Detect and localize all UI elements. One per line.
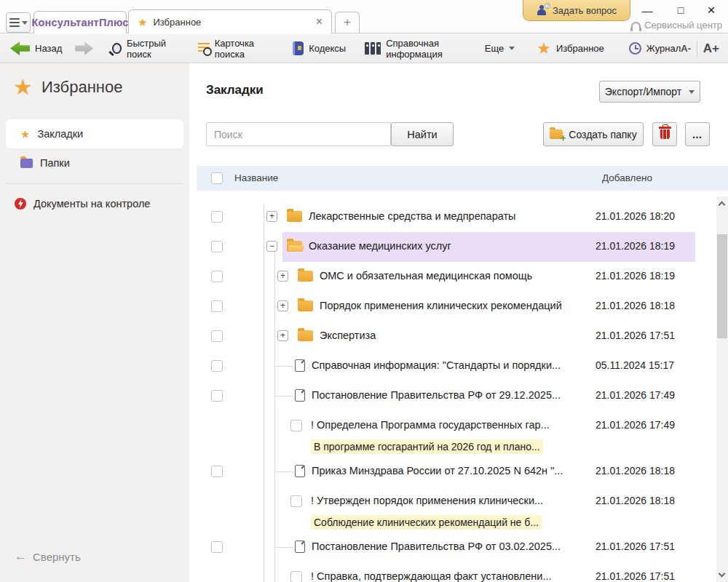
font-increase-button[interactable]: А+ — [703, 41, 719, 56]
service-center-link[interactable]: Сервисный центр — [631, 20, 722, 31]
toolbar: Назад Быстрый поиск Карточка поиска Коде… — [0, 34, 728, 63]
ask-question-label: Задать вопрос — [553, 5, 617, 16]
table-row[interactable]: +ОМС и обязательная медицинская помощь21… — [189, 262, 716, 292]
tab-favorites[interactable]: ★ Избранное × — [128, 9, 332, 33]
export-import-button[interactable]: Экспорт/Импорт — [599, 81, 700, 103]
row-checkbox[interactable] — [211, 271, 223, 282]
row-title: Справочная информация: "Стандарты и поря… — [312, 359, 561, 371]
scroll-up-icon[interactable] — [719, 202, 726, 209]
row-checkbox[interactable] — [211, 241, 223, 252]
table-row[interactable]: −Оказание медицинских услуг21.01.2026 18… — [189, 232, 716, 262]
row-date: 05.11.2024 15:17 — [596, 359, 674, 371]
scrollbar-thumb[interactable] — [717, 234, 727, 338]
ask-question-button[interactable]: ? Задать вопрос — [523, 0, 630, 21]
tree-expander[interactable]: + — [266, 211, 277, 222]
table-row[interactable]: +Экспертиза21.01.2026 17:51 — [189, 322, 716, 351]
table-row[interactable]: ! Определена Программа государственных г… — [189, 411, 716, 457]
row-checkbox[interactable] — [211, 466, 223, 477]
row-title: Экспертиза — [320, 330, 376, 341]
bookmark-checkbox[interactable] — [290, 571, 302, 582]
tab-close-icon[interactable]: × — [316, 17, 323, 27]
row-checkbox[interactable] — [211, 330, 223, 342]
codes-label: Кодексы — [309, 43, 346, 54]
select-all-checkbox[interactable] — [211, 172, 223, 184]
tree-expander[interactable]: + — [277, 330, 288, 341]
table-row[interactable]: ! Утвержден порядок применения клиническ… — [189, 487, 716, 533]
table-row[interactable]: +Лекарственные средства и медпрепараты21… — [189, 202, 716, 232]
font-decrease-button[interactable]: А- — [681, 43, 691, 54]
forward-arrow-icon — [75, 42, 93, 55]
table-row[interactable]: ! Справка, подтверждающая факт установле… — [189, 562, 716, 582]
quick-search-button[interactable]: Быстрый поиск — [112, 38, 179, 60]
tab-consultantplus[interactable]: КонсультантПлюс — [33, 11, 127, 33]
delete-button[interactable] — [652, 122, 677, 146]
favorites-button[interactable]: ★ Избранное — [537, 41, 604, 57]
plus-icon: + — [344, 15, 351, 30]
column-name: Название — [234, 172, 278, 183]
row-checkbox[interactable] — [211, 300, 223, 312]
search-card-label: Карточка поиска — [215, 38, 273, 60]
tree-expander[interactable]: + — [277, 271, 288, 282]
codes-book-icon — [293, 41, 304, 55]
tab-label: Избранное — [153, 17, 201, 28]
window-maximize-button[interactable]: □ — [670, 1, 692, 19]
collapse-sidebar-button[interactable]: ← Свернуть — [15, 549, 81, 564]
tree-expander[interactable]: + — [277, 300, 288, 311]
scrollbar[interactable] — [716, 196, 728, 582]
main-menu-button[interactable] — [6, 12, 31, 33]
tree-expander[interactable]: − — [266, 241, 277, 252]
table-row[interactable]: Постановление Правительства РФ от 03.02.… — [189, 533, 716, 562]
table-row[interactable]: Справочная информация: "Стандарты и поря… — [189, 351, 716, 381]
reference-info-label: Справочная информация — [386, 38, 473, 60]
control-bolt-icon — [15, 198, 26, 210]
window-close-button[interactable]: × — [700, 1, 722, 19]
more-menu-button[interactable]: Еще — [485, 43, 515, 54]
search-card-button[interactable]: Карточка поиска — [198, 38, 272, 60]
table-row[interactable]: +Порядок применения клинических рекоменд… — [189, 292, 716, 322]
star-icon: ★ — [138, 17, 147, 28]
row-date: 21.01.2026 18:19 — [596, 240, 675, 252]
row-checkbox[interactable] — [211, 211, 223, 223]
find-button[interactable]: Найти — [391, 122, 454, 146]
back-arrow-icon — [10, 41, 30, 55]
bookmark-checkbox[interactable] — [290, 420, 302, 431]
chevron-down-icon — [22, 21, 28, 25]
search-card-icon — [198, 43, 209, 54]
table-row[interactable]: Приказ Минздрава России от 27.10.2025 N … — [189, 457, 716, 487]
row-title: ! Справка, подтверждающая факт установле… — [311, 570, 552, 582]
sidebar-item-label: Документы на контроле — [33, 198, 150, 210]
folder-add-icon — [550, 129, 563, 139]
journal-button[interactable]: Журнал — [629, 42, 681, 55]
column-added: Добавлено — [602, 172, 652, 183]
back-button[interactable]: Назад — [10, 41, 62, 55]
bookmarks-tree: +Лекарственные средства и медпрепараты21… — [189, 196, 728, 582]
new-tab-button[interactable]: + — [335, 12, 360, 33]
folder-icon — [20, 159, 33, 168]
more-actions-button[interactable]: … — [685, 122, 710, 146]
window-minimize-button[interactable]: — — [636, 1, 658, 19]
star-icon: ★ — [20, 129, 30, 140]
sidebar-item-docs-on-control[interactable]: Документы на контроле — [6, 189, 183, 218]
forward-button[interactable] — [75, 42, 93, 55]
row-note-highlight: Соблюдение клинических рекомендаций не б… — [311, 515, 542, 530]
sidebar-item-bookmarks[interactable]: ★ Закладки — [6, 119, 183, 148]
row-checkbox[interactable] — [211, 390, 223, 402]
table-header: Название Добавлено — [197, 166, 728, 191]
folder-icon — [298, 271, 313, 282]
reference-info-button[interactable]: Справочная информация — [365, 38, 473, 60]
document-icon — [295, 541, 305, 553]
bookmark-checkbox[interactable] — [290, 495, 302, 507]
sidebar-item-label: Закладки — [37, 128, 83, 140]
row-checkbox[interactable] — [211, 541, 223, 553]
scroll-down-icon[interactable] — [719, 570, 726, 578]
table-row[interactable]: Постановление Правительства РФ от 29.12.… — [189, 381, 716, 411]
codes-button[interactable]: Кодексы — [293, 41, 346, 55]
folder-icon — [298, 330, 313, 341]
headset-icon — [631, 22, 641, 28]
row-date: 21.01.2026 17:49 — [596, 419, 675, 431]
row-checkbox[interactable] — [211, 360, 223, 372]
create-folder-button[interactable]: Создать папку — [543, 122, 644, 146]
sidebar-item-folders[interactable]: Папки — [6, 148, 183, 178]
search-input[interactable] — [206, 122, 391, 146]
row-date: 21.01.2026 18:18 — [596, 465, 675, 477]
